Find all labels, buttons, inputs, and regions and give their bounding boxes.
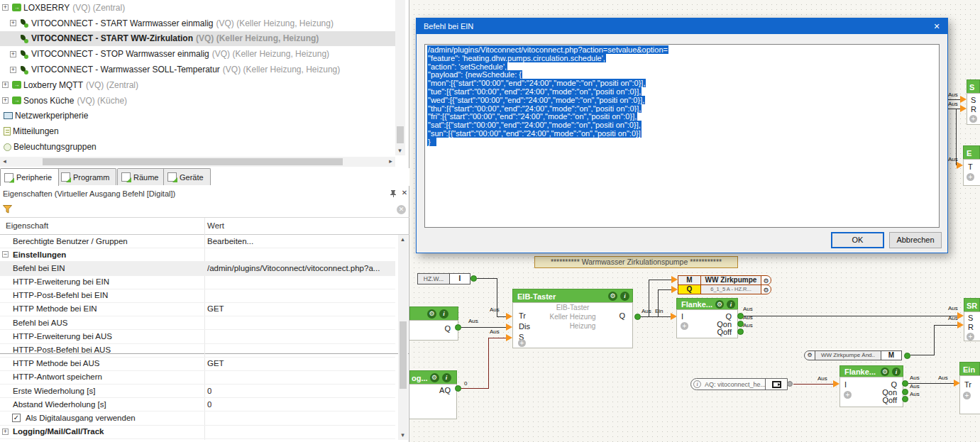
input-connector[interactable] [506,334,512,341]
periphery-tree[interactable]: LOXBERRY (VQ) (Zentral) VITOCONNECT - ST… [0,0,395,155]
output-connector[interactable] [737,328,744,335]
output-connector[interactable] [904,353,910,359]
scroll-down-icon[interactable]: ▾ [395,146,404,155]
block-body-sr-bottom[interactable]: S R [964,311,980,341]
property-row[interactable]: HTTP-Antwort speichern [0,371,395,385]
expand-icon[interactable] [10,51,16,57]
expand-icon[interactable] [2,97,9,104]
block-header-e-top[interactable]: E [963,145,980,160]
block-header-ein-bottom[interactable]: Ein [959,362,980,376]
property-row[interactable]: Befehl bei AUS [0,316,395,330]
block-header-flanke-1[interactable]: Flanke... [676,298,738,309]
input-connector[interactable] [957,312,964,319]
gear-icon[interactable] [427,309,436,319]
input-connector[interactable] [957,321,964,328]
input-connector[interactable] [506,324,512,331]
expand-icon[interactable] [2,429,9,435]
tree-item-loxberry[interactable]: LOXBERRY (VQ) (Zentral) [0,0,395,16]
property-row[interactable]: HTTP-Erweiterung bei EIN [0,276,395,289]
input-connector[interactable] [960,96,967,103]
info-icon[interactable] [727,300,735,309]
property-row[interactable]: Erste Wiederholung [s] 0 [0,385,395,398]
tree-vertical-scrollbar[interactable]: ▾ [395,0,405,155]
input-connector[interactable] [833,380,839,387]
output-connector[interactable] [634,314,641,320]
output-connector[interactable] [787,381,793,387]
scroll-right-icon[interactable]: ▸ [386,157,395,166]
scroll-left-icon[interactable]: ◂ [0,157,9,166]
input-connector[interactable] [960,105,967,112]
gear-icon[interactable] [761,275,771,285]
block-header-eib-taster[interactable]: EIB-Taster [512,289,633,303]
input-connector[interactable] [506,313,512,320]
input-connector[interactable] [957,162,963,169]
output-connector[interactable] [455,324,461,331]
properties-vertical-scrollbar[interactable]: ▴ ▾ [398,235,408,440]
tree-item-beleuchtungsgruppen[interactable]: Beleuchtungsgruppen [0,139,395,155]
close-panel-icon[interactable]: ✕ [400,189,409,197]
command-textarea[interactable]: /admin/plugins/Vitoconnect/vitoconnect.p… [424,44,940,228]
input-reference-block[interactable]: HZ.W... I [417,273,470,284]
actuator-block[interactable]: M WW Zirkpumpe Q 6_1_5 A - HZ.R... [678,275,771,294]
pin-icon[interactable] [390,189,397,198]
tree-item-vito-start-zirkulation[interactable]: VITOCONNECT - START WW-Zirkulation (VQ) … [0,31,395,47]
dialog-titlebar[interactable]: Befehl bei EIN [417,18,947,34]
add-input-icon[interactable] [518,339,526,347]
property-row[interactable]: Abstand Wiederholung [s] 0 [0,398,395,411]
gear-icon[interactable] [761,284,771,294]
property-row[interactable]: HTTP Methode bei EIN GET [0,303,395,316]
ok-button[interactable]: OK [831,232,884,248]
property-row[interactable]: Berechtigte Benutzer / Gruppen Bearbeite… [0,235,395,248]
add-input-icon[interactable] [969,115,977,123]
tree-horizontal-scrollbar[interactable]: ◂ ▸ [0,157,395,167]
output-connector[interactable] [737,313,744,319]
expand-icon[interactable] [2,4,9,11]
info-icon[interactable] [620,292,629,301]
block-header-sr-top[interactable]: S [967,79,980,94]
info-icon[interactable] [442,373,451,382]
gear-icon[interactable] [608,292,617,301]
block-body-e-top[interactable]: T [963,159,980,186]
tab-raeume[interactable]: Räume [117,168,165,185]
close-icon[interactable] [931,21,942,32]
output-connector[interactable] [737,321,744,327]
tree-item-vito-soll-temperatur[interactable]: VITOCONNECT - Warmwasser SOLL-Temperatur… [0,62,395,77]
add-input-icon[interactable] [967,173,974,181]
add-input-icon[interactable] [844,391,852,399]
tree-item-mitteilungen[interactable]: Mitteilungen [0,123,395,139]
aq-reference-block[interactable]: AQ: vitoconnect_he... [690,378,788,390]
property-row[interactable]: HTTP Methode bei AUS GET [0,358,395,371]
properties-filter-row[interactable] [0,201,409,218]
block-header-flanke-2[interactable]: Flanke... [839,365,903,377]
output-connector[interactable] [470,275,477,282]
cancel-button[interactable]: Abbrechen [889,232,942,248]
tab-geraete[interactable]: Geräte [163,168,211,185]
block-header[interactable]: og... [409,370,457,385]
info-icon[interactable] [439,309,448,319]
collapse-icon[interactable] [2,251,9,258]
gear-icon[interactable] [430,373,439,382]
property-row-checkbox[interactable]: Als Digitalausgang verwenden [0,411,395,425]
add-input-icon[interactable] [967,333,974,341]
output-connector[interactable] [902,396,908,402]
property-row[interactable]: HTTP-Post-Befehl bei EIN [0,289,395,303]
block-body-flanke-1[interactable]: I Q Qon Qoff [676,309,738,338]
add-input-icon[interactable] [963,392,971,399]
tab-programm[interactable]: Programm [57,168,116,185]
property-group-logging[interactable]: Logging/Mail/Call/Track [0,426,395,439]
tab-peripherie[interactable]: Peripherie [0,168,59,186]
output-connector[interactable] [902,380,908,387]
expand-icon[interactable] [10,20,16,26]
checkbox-digitalausgang[interactable] [12,414,21,422]
marker-block[interactable]: ⚙ WW Zirkpumpe Änd.. M [804,350,902,360]
comment-banner[interactable]: ********** Warmwasser Zirkulationspumpe … [534,256,738,268]
block-body-sr-top[interactable]: S R [967,93,980,125]
info-icon[interactable] [892,368,901,376]
tree-item-netzwerkperipherie[interactable]: Netzwerkperipherie [0,109,395,124]
expand-icon[interactable] [10,67,16,73]
property-row-befehl-bei-ein[interactable]: Befehl bei EIN /admin/plugins/Vitoconnec… [0,262,395,275]
tree-item-loxberry-mqtt[interactable]: Loxberry MQTT (VQ) (Zentral) [0,77,395,93]
add-input-icon[interactable] [681,322,688,330]
block-body[interactable]: Q [409,320,458,341]
block-header-sr-bottom[interactable]: SR [964,298,980,312]
